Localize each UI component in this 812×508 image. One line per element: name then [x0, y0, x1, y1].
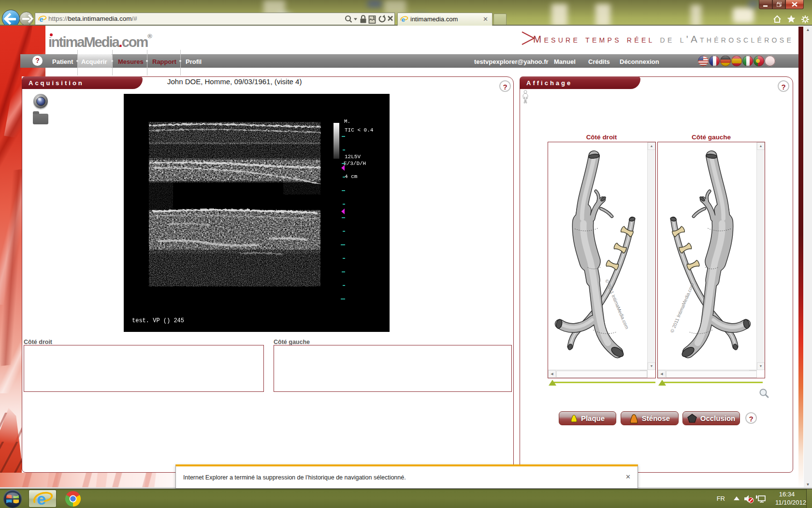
svg-text:© 2011 IntimaMedia.com: © 2011 IntimaMedia.com [604, 279, 630, 330]
svg-text:© 2011 IntimaMedia.com: © 2011 IntimaMedia.com [669, 282, 695, 333]
svg-text:E/3/D/H: E/3/D/H [344, 161, 366, 166]
svg-text:test. VP () 245: test. VP () 245 [132, 317, 184, 324]
svg-text:TIC < 0.4: TIC < 0.4 [345, 127, 374, 133]
svg-text:4 cm: 4 cm [345, 174, 358, 179]
svg-text:12L5V: 12L5V [345, 154, 361, 160]
svg-text:M.: M. [344, 119, 350, 124]
